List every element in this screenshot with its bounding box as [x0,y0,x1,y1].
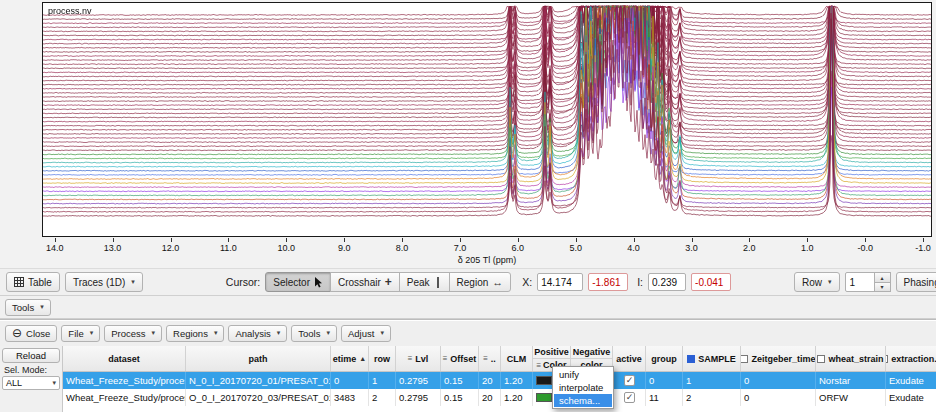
cursor-crosshair-button[interactable]: Crosshair + [330,272,400,292]
cell-path[interactable]: O_0_I_20170720_03/PRESAT_01.fid [186,389,331,406]
cursor-region-button[interactable]: Region ↔ [449,272,512,292]
column-header-zeit[interactable]: Zeitgeber_time [741,346,816,371]
cell-row[interactable]: 2 [369,389,396,406]
cell-sample[interactable]: 2 [683,389,741,406]
tools-menu-button[interactable]: Tools ▾ [5,299,51,316]
cell-active[interactable]: ✓ [613,389,646,406]
column-header-extract[interactable]: extraction... [886,346,936,371]
cell-path[interactable]: N_0_I_20170720_01/PRESAT_01.fid [186,372,331,389]
intensity-field[interactable] [648,273,686,291]
popup-item-unify[interactable]: unify [554,368,612,381]
cell-dataset[interactable]: Wheat_Freeze_Study/process.nv [63,389,186,406]
display-mode-value: Traces (1D) [73,277,125,288]
cell-row[interactable]: 1 [369,372,396,389]
cell-clm[interactable]: 1.20 [501,372,533,389]
scanner-toolbar: ⊖ Close File▾Process▾Regions▾Analysis▾To… [0,319,936,346]
row-combo[interactable]: Row ▾ [794,272,840,292]
menu-regions-button[interactable]: Regions▾ [166,325,224,342]
popup-item-schema[interactable]: schema... [554,394,612,407]
menu-analysis-button[interactable]: Analysis▾ [228,325,287,342]
sel-mode-combo[interactable]: ALL ▾ [2,376,60,390]
x-position-field[interactable] [537,273,583,291]
popup-item-interpolate[interactable]: interpolate [554,381,612,394]
chevron-down-icon: ▾ [277,329,281,337]
cell-dots[interactable]: 20 [479,372,501,389]
cell-dots[interactable]: 20 [479,389,501,406]
cell-zeit[interactable]: 0 [741,372,816,389]
spinner-decrement-button[interactable]: ▾ [874,282,891,293]
cell-extract[interactable]: Exudate [886,372,936,389]
chevron-down-icon: ▾ [214,329,218,337]
column-header-dataset[interactable]: dataset [63,346,186,371]
row-spinner-value[interactable]: 1 [845,272,875,292]
x-axis-tick-label: 5.0 [569,243,582,253]
x-axis: 14.013.012.011.010.09.08.07.06.05.04.03.… [42,238,932,268]
cell-offset[interactable]: 0.15 [441,389,479,406]
x-axis-tick-label: 4.0 [627,243,640,253]
column-header-offset[interactable]: ≡Offset [441,346,479,371]
column-header-path[interactable]: path [186,346,331,371]
cell-lvl[interactable]: 0.2795 [396,389,441,406]
cell-strain[interactable]: ORFW [816,389,886,406]
column-header-row[interactable]: row [369,346,396,371]
spectrum-canvas[interactable] [43,3,931,236]
column-checkbox[interactable] [886,355,888,363]
x-axis-tick [807,238,808,242]
menu-adjust-button[interactable]: Adjust▾ [341,325,391,342]
menu-process-button[interactable]: Process▾ [104,325,162,342]
cell-clm[interactable]: 1.20 [501,389,533,406]
positive-color-swatch[interactable] [536,393,552,402]
cursor-selector-label: Selector [273,277,310,288]
cell-group[interactable]: 11 [646,389,683,406]
column-menu-icon[interactable]: ≡ [536,361,541,370]
column-checkbox[interactable] [741,355,748,363]
column-header-etime[interactable]: etime▲ [331,346,369,371]
cell-extract[interactable]: Exudate [886,389,936,406]
cell-sample[interactable]: 1 [683,372,741,389]
cell-etime[interactable]: 3483 [331,389,369,406]
cell-group[interactable]: 0 [646,372,683,389]
column-header-strain[interactable]: wheat_strain [816,346,886,371]
spectrum-plot[interactable]: process.nv [42,2,932,237]
column-header-group[interactable]: group [646,346,683,371]
column-header-clm[interactable]: CLM [501,346,533,371]
x-delta-field[interactable] [588,273,628,291]
column-menu-icon[interactable]: ≡ [483,354,488,363]
menu-tools-button[interactable]: Tools▾ [291,325,337,342]
x-axis-tick-label: 9.0 [338,243,351,253]
intensity-delta-field[interactable] [691,273,731,291]
column-checkbox[interactable] [687,355,695,363]
phasing-button[interactable]: Phasing [896,272,936,292]
active-checkbox[interactable]: ✓ [624,392,635,403]
x-axis-title: δ 205 Tl (ppm) [42,255,932,265]
table-row[interactable]: Wheat_Freeze_Study/process.nvN_0_I_20170… [63,372,936,389]
cursor-peak-button[interactable]: Peak [399,272,450,292]
column-header-active[interactable]: active [613,346,646,371]
positive-color-swatch[interactable] [536,376,552,385]
cell-lvl[interactable]: 0.2795 [396,372,441,389]
row-spinner[interactable]: 1 ▴ ▾ [845,272,891,292]
table-button[interactable]: Table [6,272,60,292]
cell-etime[interactable]: 0 [331,372,369,389]
cursor-selector-button[interactable]: Selector [265,272,331,292]
column-header-dots[interactable]: ≡.. [479,346,501,371]
active-checkbox[interactable]: ✓ [624,375,635,386]
close-button[interactable]: ⊖ Close [5,325,57,342]
menu-file-button[interactable]: File▾ [61,325,100,342]
table-row[interactable]: Wheat_Freeze_Study/process.nvO_0_I_20170… [63,389,936,406]
cell-zeit[interactable]: 0 [741,389,816,406]
cell-offset[interactable]: 0.15 [441,372,479,389]
column-label: dataset [108,354,140,364]
column-menu-icon[interactable]: ≡ [408,354,413,363]
reload-button[interactable]: Reload [2,348,60,363]
spectrum-toolbar: Table Traces (1D) ▾ Cursor: Selector Cro… [0,268,936,296]
column-menu-icon[interactable]: ≡ [443,354,448,363]
cell-active[interactable]: ✓ [613,372,646,389]
column-checkbox[interactable] [817,355,825,363]
display-mode-combo[interactable]: Traces (1D) ▾ [65,272,143,292]
chevron-down-icon: ▾ [828,278,832,286]
cell-strain[interactable]: Norstar [816,372,886,389]
cell-dataset[interactable]: Wheat_Freeze_Study/process.nv [63,372,186,389]
column-header-lvl[interactable]: ≡Lvl [396,346,441,371]
column-header-sample[interactable]: SAMPLE [683,346,741,371]
